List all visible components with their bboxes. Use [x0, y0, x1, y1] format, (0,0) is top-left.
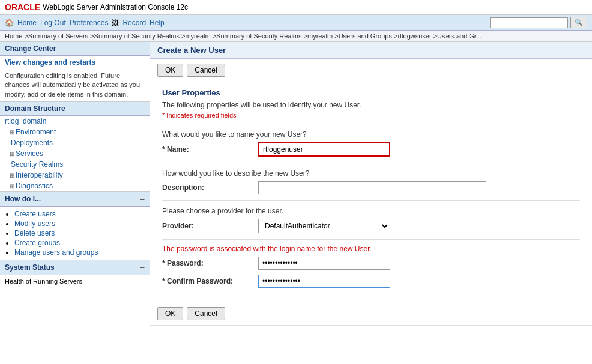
- topnav: 🏠 Home Log Out Preferences 🖼 Record Help…: [0, 15, 592, 31]
- view-changes-link[interactable]: View changes and restarts: [0, 56, 150, 69]
- change-center-section: Change Center View changes and restarts …: [0, 42, 150, 102]
- search-box: 🔍: [490, 17, 587, 28]
- header: ORACLE WebLogic Server Administration Co…: [0, 0, 592, 15]
- password-description: The password is associated with the logi…: [162, 245, 580, 253]
- system-status-content: Health of Running Servers: [0, 275, 150, 287]
- search-input[interactable]: [490, 17, 568, 28]
- provider-field-group: Please choose a provider for the user. P…: [162, 207, 580, 233]
- domain-structure-section: Domain Structure rtlog_domain ⊞Environme…: [0, 102, 150, 192]
- tree-item-services[interactable]: ⊞Services: [0, 148, 150, 159]
- main-content: Create a New User OK Cancel User Propert…: [150, 42, 592, 364]
- create-users-link[interactable]: Create users: [14, 210, 56, 218]
- preferences-link[interactable]: Preferences: [70, 19, 109, 27]
- breadcrumb-text: Home >Summary of Servers >Summary of Sec…: [5, 32, 482, 40]
- page-title: Create a New User: [150, 42, 592, 59]
- user-properties-desc: The following properties will be used to…: [162, 101, 580, 109]
- name-field-group: What would you like to name your new Use…: [162, 130, 580, 157]
- sidebar: Change Center View changes and restarts …: [0, 42, 150, 364]
- how-item-create-users: Create users: [14, 209, 145, 219]
- confirm-password-field-row: * Confirm Password:: [162, 275, 580, 288]
- provider-select[interactable]: DefaultAuthenticator: [258, 219, 390, 233]
- cancel-button-top[interactable]: Cancel: [187, 64, 225, 77]
- main-layout: Change Center View changes and restarts …: [0, 42, 592, 364]
- ok-button-top[interactable]: OK: [157, 64, 183, 77]
- system-status-collapse-button[interactable]: −: [140, 263, 145, 272]
- bottom-form-actions: OK Cancel: [150, 302, 592, 326]
- home-link[interactable]: Home: [17, 19, 37, 27]
- tree-item-deployments[interactable]: Deployments: [0, 137, 150, 148]
- system-status-title: System Status: [5, 263, 55, 272]
- divider-4: [162, 239, 580, 240]
- logo: ORACLE WebLogic Server Administration Co…: [5, 2, 188, 12]
- help-link[interactable]: Help: [150, 19, 165, 27]
- description-input[interactable]: [258, 181, 486, 194]
- ok-button-bottom[interactable]: OK: [157, 307, 183, 320]
- required-note: * Indicates required fields: [162, 112, 580, 119]
- manage-users-groups-link[interactable]: Manage users and groups: [14, 248, 98, 257]
- logout-link[interactable]: Log Out: [40, 19, 66, 27]
- how-item-manage-users-groups: Manage users and groups: [14, 248, 145, 257]
- cancel-button-bottom[interactable]: Cancel: [187, 307, 225, 320]
- confirm-password-label: * Confirm Password:: [162, 277, 258, 285]
- name-field-row: * Name:: [162, 142, 580, 157]
- how-item-modify-users: Modify users: [14, 219, 145, 228]
- provider-field-row: Provider: DefaultAuthenticator: [162, 219, 580, 233]
- change-center-description: Configuration editing is enabled. Future…: [0, 69, 150, 101]
- system-status-section: System Status − Health of Running Server…: [0, 260, 150, 287]
- how-do-i-header: How do I... −: [0, 192, 150, 207]
- tree-item-security-realms[interactable]: Security Realms: [0, 159, 150, 170]
- divider-2: [162, 163, 580, 163]
- how-do-i-section: How do I... − Create users Modify users …: [0, 192, 150, 260]
- desc-field-row: Description:: [162, 181, 580, 194]
- change-center-header: Change Center: [0, 42, 150, 56]
- password-field-row: * Password:: [162, 257, 580, 270]
- confirm-password-input[interactable]: [258, 275, 390, 288]
- user-properties-section: User Properties The following properties…: [150, 82, 592, 299]
- tree-item-diagnostics[interactable]: ⊞Diagnostics: [0, 181, 150, 191]
- record-link[interactable]: Record: [122, 19, 146, 27]
- console-title-text: Administration Console 12c: [100, 3, 188, 11]
- divider-3: [162, 200, 580, 201]
- how-item-delete-users: Delete users: [14, 228, 145, 238]
- name-input[interactable]: [258, 142, 390, 157]
- top-form-actions: OK Cancel: [150, 59, 592, 82]
- oracle-logo-text: ORACLE: [5, 2, 40, 12]
- home-icon: 🏠: [5, 19, 14, 27]
- search-button[interactable]: 🔍: [570, 17, 587, 28]
- delete-users-link[interactable]: Delete users: [14, 229, 55, 237]
- desc-label: Description:: [162, 183, 258, 192]
- tree-item-environment[interactable]: ⊞Environment: [0, 127, 150, 137]
- password-input[interactable]: [258, 257, 390, 270]
- domain-structure-header: Domain Structure: [0, 102, 150, 116]
- password-label: * Password:: [162, 259, 258, 267]
- image-icon: 🖼: [112, 19, 119, 27]
- provider-label: Provider:: [162, 222, 258, 230]
- divider-1: [162, 124, 580, 124]
- name-label: * Name:: [162, 145, 258, 154]
- weblogic-server-text: WebLogic Server: [43, 3, 98, 11]
- how-do-i-collapse-button[interactable]: −: [140, 194, 145, 204]
- provider-question: Please choose a provider for the user.: [162, 207, 580, 215]
- user-properties-title: User Properties: [162, 88, 580, 97]
- tree-item-interoperability[interactable]: ⊞Interoperability: [0, 170, 150, 181]
- how-item-create-groups: Create groups: [14, 238, 145, 248]
- how-do-i-list: Create users Modify users Delete users C…: [0, 207, 150, 260]
- modify-users-link[interactable]: Modify users: [14, 219, 55, 228]
- system-status-header: System Status −: [0, 260, 150, 275]
- breadcrumb: Home >Summary of Servers >Summary of Sec…: [0, 31, 592, 42]
- how-do-i-title: How do I...: [5, 195, 41, 203]
- description-field-group: How would you like to describe the new U…: [162, 169, 580, 194]
- create-groups-link[interactable]: Create groups: [14, 239, 60, 247]
- tree-item-domain[interactable]: rtlog_domain: [0, 116, 150, 127]
- name-question: What would you like to name your new Use…: [162, 130, 580, 139]
- desc-question: How would you like to describe the new U…: [162, 169, 580, 178]
